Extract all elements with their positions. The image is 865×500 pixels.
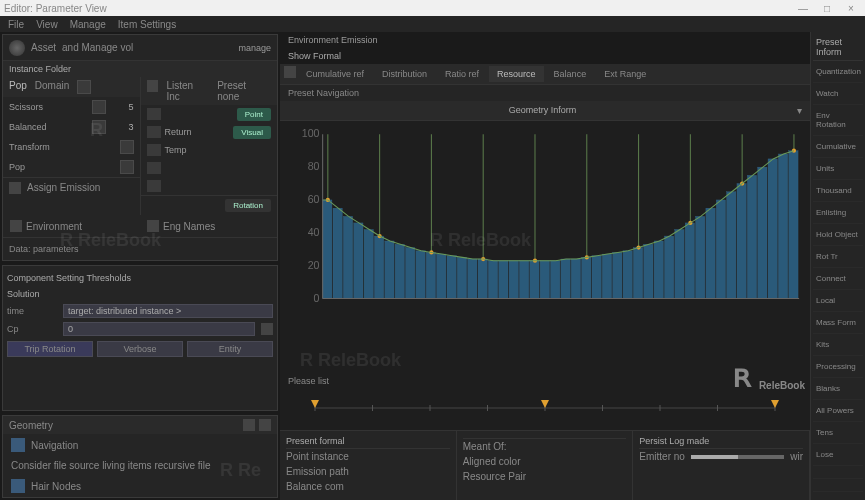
- param-input-target[interactable]: [63, 304, 273, 318]
- attrs-column: Listen Inc Preset none Point ReturnVisua…: [140, 77, 278, 215]
- right-item[interactable]: Local: [813, 290, 863, 312]
- timeline[interactable]: Please list: [280, 370, 810, 430]
- menu-file[interactable]: File: [8, 19, 24, 30]
- right-item[interactable]: Thousand: [813, 180, 863, 202]
- attr-icon: [147, 180, 161, 192]
- right-item[interactable]: Cumulative: [813, 136, 863, 158]
- gen-item[interactable]: Navigation: [3, 434, 277, 456]
- right-item[interactable]: [813, 479, 863, 492]
- view-tab[interactable]: Distribution: [374, 66, 435, 82]
- menu-view[interactable]: View: [36, 19, 58, 30]
- attr-icon: [147, 162, 161, 174]
- right-item[interactable]: Facet: [813, 492, 863, 500]
- gear-icon[interactable]: [9, 182, 21, 194]
- gen-item[interactable]: Hair Nodes: [3, 475, 277, 497]
- view-tab[interactable]: Cumulative ref: [298, 66, 372, 82]
- view-tab[interactable]: Ext Range: [596, 66, 654, 82]
- scene-btn-names[interactable]: Eng Names: [143, 218, 274, 234]
- search-icon[interactable]: [243, 419, 255, 431]
- prop-row[interactable]: Pop: [3, 157, 140, 177]
- right-item[interactable]: Blanks: [813, 378, 863, 400]
- svg-rect-6: [364, 229, 373, 298]
- svg-marker-86: [771, 400, 779, 408]
- right-item[interactable]: All Powers: [813, 400, 863, 422]
- right-item[interactable]: Enlisting: [813, 202, 863, 224]
- rotation-button[interactable]: Rotation: [225, 199, 271, 212]
- view-icon[interactable]: [284, 66, 296, 78]
- hair-icon: [11, 479, 25, 493]
- bp-row[interactable]: Point instance: [286, 449, 450, 464]
- btn-entity[interactable]: Entity: [187, 341, 273, 357]
- chevron-down-icon[interactable]: [261, 323, 273, 335]
- prop-icon: [92, 100, 106, 114]
- attr-btn[interactable]: Visual: [233, 126, 271, 139]
- menu-settings[interactable]: Item Settings: [118, 19, 176, 30]
- maximize-button[interactable]: □: [817, 3, 837, 14]
- props-header: Instance Folder: [3, 61, 277, 77]
- svg-rect-27: [519, 261, 528, 299]
- svg-rect-33: [561, 259, 570, 298]
- menu-icon[interactable]: [259, 419, 271, 431]
- right-item[interactable]: Units: [813, 158, 863, 180]
- right-item[interactable]: [813, 466, 863, 479]
- prop-icon: [120, 140, 134, 154]
- right-item[interactable]: Hold Object: [813, 224, 863, 246]
- right-item[interactable]: Tens: [813, 422, 863, 444]
- close-button[interactable]: ×: [841, 3, 861, 14]
- gen-item[interactable]: Consider file source living items recurs…: [3, 456, 277, 475]
- svg-rect-55: [727, 192, 736, 299]
- toolbar-right[interactable]: manage: [238, 43, 271, 53]
- prop-row[interactable]: Transform: [3, 137, 140, 157]
- bp-row[interactable]: Aligned color: [463, 454, 627, 469]
- props-tab-domain[interactable]: Domain: [35, 80, 69, 94]
- right-item[interactable]: Lose: [813, 444, 863, 466]
- right-item[interactable]: Watch: [813, 83, 863, 105]
- svg-rect-13: [416, 251, 425, 299]
- svg-text:100: 100: [302, 129, 320, 139]
- svg-rect-20: [468, 259, 477, 298]
- svg-rect-45: [644, 244, 653, 298]
- right-item[interactable]: Mass Form: [813, 312, 863, 334]
- menubar: File View Manage Item Settings: [0, 16, 865, 32]
- svg-rect-53: [706, 208, 715, 298]
- props-tab-pop[interactable]: Pop: [9, 80, 27, 94]
- window-title: Editor: Parameter View: [4, 3, 107, 14]
- attr-btn[interactable]: Point: [237, 108, 271, 121]
- attrs-header2: Preset none: [217, 80, 271, 102]
- param-input-cp[interactable]: [63, 322, 255, 336]
- bp-row[interactable]: Resource Pair: [463, 469, 627, 484]
- bp-row[interactable]: Balance com: [286, 479, 450, 494]
- props-tab-icon[interactable]: [77, 80, 91, 94]
- right-item[interactable]: Env Rotation: [813, 105, 863, 136]
- svg-rect-63: [789, 151, 798, 299]
- logo-icon: [9, 40, 25, 56]
- attr-tab-icon[interactable]: [147, 80, 159, 92]
- btn-verbose[interactable]: Verbose: [97, 341, 183, 357]
- view-tab[interactable]: Ratio ref: [437, 66, 487, 82]
- svg-rect-21: [478, 259, 487, 298]
- btn-trip-rotation[interactable]: Trip Rotation: [7, 341, 93, 357]
- svg-rect-61: [768, 159, 777, 298]
- svg-rect-18: [447, 256, 456, 299]
- right-item[interactable]: Connect: [813, 268, 863, 290]
- right-item[interactable]: Quantization: [813, 61, 863, 83]
- right-item[interactable]: Kits: [813, 334, 863, 356]
- svg-rect-19: [457, 257, 466, 298]
- right-item[interactable]: Processing: [813, 356, 863, 378]
- minimize-button[interactable]: —: [793, 3, 813, 14]
- props-footer: Assign Emission: [27, 182, 100, 193]
- slider[interactable]: [691, 455, 784, 459]
- prop-row[interactable]: Scissors 5: [3, 97, 140, 117]
- scene-btn-env[interactable]: Environment: [6, 218, 137, 234]
- prop-icon: [92, 120, 106, 134]
- chart-area[interactable]: 020406080100: [280, 121, 810, 370]
- right-item[interactable]: Rot Tr: [813, 246, 863, 268]
- view-tab[interactable]: Resource: [489, 66, 544, 82]
- bp-row[interactable]: Emission path: [286, 464, 450, 479]
- prop-row[interactable]: Balanced 3: [3, 117, 140, 137]
- param-label-cp: Cp: [7, 324, 57, 334]
- view-tab[interactable]: Balance: [546, 66, 595, 82]
- menu-manage[interactable]: Manage: [70, 19, 106, 30]
- bp-row[interactable]: Meant Of:: [463, 439, 627, 454]
- svg-rect-3: [333, 208, 342, 298]
